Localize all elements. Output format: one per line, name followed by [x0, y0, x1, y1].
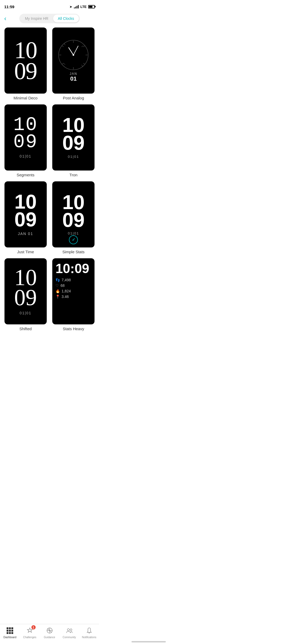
svg-line-5 — [64, 43, 65, 45]
svg-point-15 — [73, 54, 74, 56]
lte-label: LTE — [80, 5, 87, 9]
status-bar: 11:59 ➤ LTE — [0, 0, 99, 12]
clock-face-tron: 10 09 01|01 — [52, 104, 95, 171]
status-time: 11:59 — [4, 4, 14, 9]
tab-all-clocks[interactable]: All Clocks — [53, 15, 79, 22]
header: ‹ My Inspire HR All Clocks — [0, 12, 99, 26]
clock-label-post-analog: Post Analog — [63, 96, 84, 100]
content-area: 10 09 Minimal Deco — [0, 26, 99, 357]
signal-icon — [74, 5, 79, 8]
location-icon: ➤ — [69, 5, 72, 9]
svg-line-8 — [83, 63, 85, 64]
clock-item-shifted[interactable]: 10 09 01|01 Shifted — [4, 258, 47, 331]
back-button[interactable]: ‹ — [4, 15, 6, 22]
clock-face-just-time: 10 09 JAN 01 — [4, 181, 47, 247]
clock-label-simple-stats: Simple Stats — [62, 250, 84, 254]
clock-item-stats-heavy[interactable]: 10:09 👣 7,498 ♡ 68 🔥 1,824 📍 3.46 — [52, 258, 95, 331]
svg-line-13 — [69, 48, 73, 55]
clock-label-shifted: Shifted — [19, 326, 32, 331]
svg-line-11 — [83, 46, 85, 47]
status-right: ➤ LTE — [69, 5, 95, 9]
battery-icon — [88, 5, 95, 8]
clock-face-stats-heavy: 10:09 👣 7,498 ♡ 68 🔥 1,824 📍 3.46 — [52, 258, 95, 324]
stats-steps: 7,498 — [62, 278, 71, 282]
clock-item-post-analog[interactable]: JAN 01 Post Analog — [52, 27, 95, 100]
clock-label-just-time: Just Time — [17, 250, 34, 254]
stats-calories: 1,824 — [62, 289, 71, 293]
clock-face-shifted: 10 09 01|01 — [4, 258, 47, 324]
clock-item-tron[interactable]: 10 09 01|01 Tron — [52, 104, 95, 177]
svg-line-14 — [73, 46, 78, 55]
svg-line-7 — [62, 46, 64, 47]
stats-row-steps: 👣 7,498 — [55, 278, 71, 282]
clock-face-minimal-deco: 10 09 — [4, 27, 47, 94]
clock-label-minimal-deco: Minimal Deco — [13, 96, 37, 100]
svg-line-10 — [64, 63, 65, 65]
stats-row-distance: 📍 3.46 — [55, 295, 69, 299]
clock-face-post-analog: JAN 01 — [52, 27, 95, 94]
clock-label-stats-heavy: Stats Heavy — [63, 326, 84, 331]
svg-line-6 — [82, 65, 83, 67]
clock-face-segments: 10 09 01|01 — [4, 104, 47, 171]
clock-grid: 10 09 Minimal Deco — [4, 26, 95, 331]
analog-clock-svg — [58, 39, 89, 71]
clock-item-segments[interactable]: 10 09 01|01 Segments — [4, 104, 47, 177]
clock-item-just-time[interactable]: 10 09 JAN 01 Just Time — [4, 181, 47, 254]
stats-distance: 3.46 — [62, 295, 69, 299]
stats-heavy-time: 10:09 — [55, 262, 89, 275]
stats-row-calories: 🔥 1,824 — [55, 289, 71, 293]
clock-label-segments: Segments — [17, 173, 35, 177]
stats-row-heart: ♡ 68 — [55, 283, 65, 288]
stats-heart: 68 — [60, 283, 65, 288]
tab-my-inspire[interactable]: My Inspire HR — [20, 15, 53, 22]
clock-item-simple-stats[interactable]: 10 09 01|01 ✓ Simple Stats — [52, 181, 95, 254]
clock-face-simple-stats: 10 09 01|01 ✓ — [52, 181, 95, 247]
svg-line-12 — [62, 63, 64, 64]
svg-line-9 — [82, 46, 83, 47]
tab-switcher: My Inspire HR All Clocks — [19, 14, 79, 23]
clock-label-tron: Tron — [69, 173, 77, 177]
clock-item-minimal-deco[interactable]: 10 09 Minimal Deco — [4, 27, 47, 100]
